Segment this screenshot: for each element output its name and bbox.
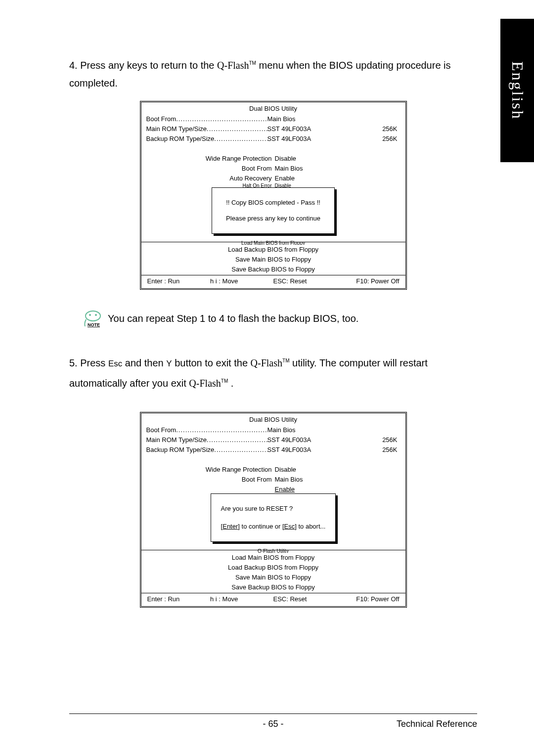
note-icon: NOTE bbox=[83, 310, 103, 327]
keybar: Enter : Run h i : Move ESC: Reset F10: P… bbox=[141, 593, 405, 606]
info-row: Backup ROM Type/Size SST 49LF003A 256K bbox=[146, 445, 400, 455]
setting-row: Wide Range Protection Disable bbox=[141, 465, 405, 475]
note-text: You can repeat Step 1 to 4 to flash the … bbox=[108, 310, 358, 327]
key-move: h i : Move bbox=[210, 594, 273, 604]
key-enter: Enter : Run bbox=[147, 276, 211, 286]
popup-message-2: [Enter] to continue or [Esc] to abort... bbox=[221, 522, 326, 532]
bios-settings: Wide Range Protection Disable Boot From … bbox=[141, 146, 405, 242]
menu-item[interactable]: Load Main BIOS from Floppy bbox=[141, 553, 405, 563]
menu-item[interactable]: Save Main BIOS to Floppy bbox=[141, 573, 405, 582]
menu-item[interactable]: Load Backup BIOS from Floppy bbox=[141, 245, 405, 255]
info-row: Main ROM Type/Size SST 49LF003A 256K bbox=[146, 124, 400, 134]
info-row: Boot From Main Bios bbox=[146, 425, 400, 435]
setting-row: Boot From Main Bios bbox=[141, 475, 405, 485]
bios-menu: Q-Flash Utility Load Main BIOS from Flop… bbox=[141, 550, 405, 593]
key-esc: ESC: Reset bbox=[273, 594, 337, 604]
svg-point-1 bbox=[89, 314, 91, 316]
bios-title: Dual BIOS Utility bbox=[141, 413, 405, 425]
bios-title: Dual BIOS Utility bbox=[141, 102, 405, 114]
menu-item[interactable]: Save Main BIOS to Floppy bbox=[141, 255, 405, 265]
setting-row: Auto Recovery Enable bbox=[141, 174, 405, 183]
bios-dialog-1: Dual BIOS Utility Boot From Main Bios Ma… bbox=[140, 101, 407, 290]
step4-text: 4. Press any keys to return to the Q-Fla… bbox=[69, 54, 477, 92]
bios-dialog-2: Dual BIOS Utility Boot From Main Bios Ma… bbox=[140, 412, 407, 608]
setting-row: Enable bbox=[141, 485, 405, 494]
popup-message-2: Please press any key to continue bbox=[226, 214, 320, 223]
setting-row: Wide Range Protection Disable bbox=[141, 154, 405, 164]
key-move: h i : Move bbox=[210, 276, 273, 286]
bios-info: Boot From Main Bios Main ROM Type/Size S… bbox=[141, 114, 405, 146]
svg-text:NOTE: NOTE bbox=[88, 322, 100, 327]
bios-settings: Wide Range Protection Disable Boot From … bbox=[141, 457, 405, 550]
step5-text: 5. Press Esc and then Y button to exit t… bbox=[69, 352, 477, 392]
reset-confirm-popup[interactable]: Are you sure to RESET ? [Enter] to conti… bbox=[211, 493, 336, 542]
menu-item[interactable]: Save Backup BIOS to Floppy bbox=[141, 582, 405, 592]
bios-menu: Load Main BIOS from Floppy Load Backup B… bbox=[141, 242, 405, 275]
menu-item[interactable]: Save Backup BIOS to Floppy bbox=[141, 265, 405, 274]
bios-info: Boot From Main Bios Main ROM Type/Size S… bbox=[141, 425, 405, 457]
info-row: Boot From Main Bios bbox=[146, 114, 400, 124]
key-f10: F10: Power Off bbox=[336, 276, 400, 286]
key-f10: F10: Power Off bbox=[336, 594, 400, 604]
page-number: - 65 - bbox=[263, 719, 283, 729]
svg-point-0 bbox=[86, 311, 100, 321]
page-footer: - 65 - Technical Reference bbox=[69, 713, 477, 729]
popup-message-1: Are you sure to RESET ? bbox=[221, 504, 326, 514]
language-label: English bbox=[508, 61, 527, 120]
info-row: Backup ROM Type/Size SST 49LF003A 256K bbox=[146, 134, 400, 144]
info-row: Main ROM Type/Size SST 49LF003A 256K bbox=[146, 435, 400, 445]
setting-row: Boot From Main Bios bbox=[141, 164, 405, 174]
svg-point-2 bbox=[95, 314, 97, 316]
note-row: NOTE You can repeat Step 1 to 4 to flash… bbox=[83, 310, 477, 327]
section-name: Technical Reference bbox=[397, 719, 477, 729]
keybar: Enter : Run h i : Move ESC: Reset F10: P… bbox=[141, 275, 405, 288]
menu-item[interactable]: Load Backup BIOS from Floppy bbox=[141, 563, 405, 573]
popup-message-1: !! Copy BIOS completed - Pass !! bbox=[226, 198, 320, 208]
language-tab: English bbox=[500, 19, 534, 162]
copy-complete-popup[interactable]: !! Copy BIOS completed - Pass !! Please … bbox=[212, 187, 335, 234]
key-enter: Enter : Run bbox=[147, 594, 211, 604]
key-esc: ESC: Reset bbox=[273, 276, 337, 286]
